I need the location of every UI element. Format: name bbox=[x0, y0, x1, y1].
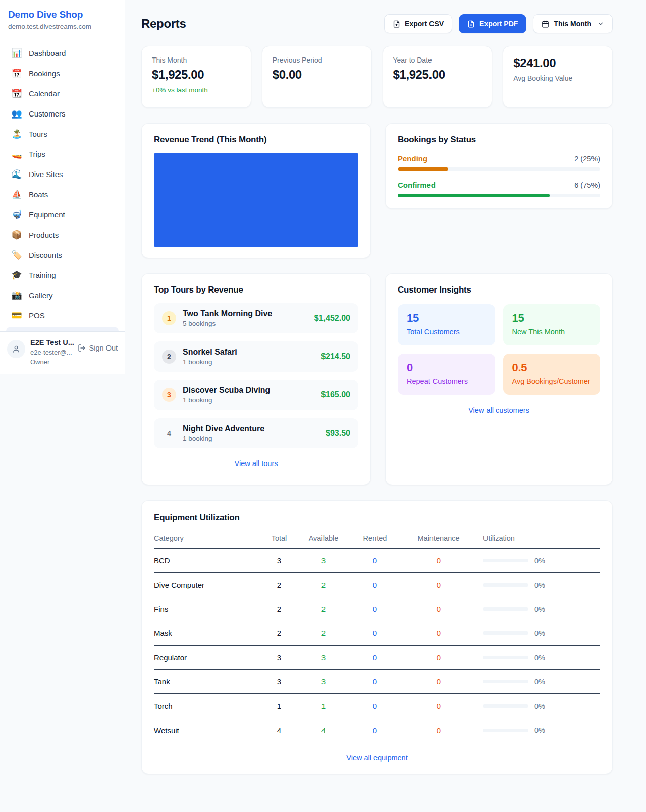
sidebar-item-gallery[interactable]: 📸Gallery bbox=[6, 286, 119, 304]
stat-card-year-to-date: Year to Date $1,925.00 bbox=[383, 46, 493, 108]
export-csv-button[interactable]: Export CSV bbox=[384, 14, 452, 33]
cell-rented: 0 bbox=[344, 629, 406, 637]
stat-value: $0.00 bbox=[273, 68, 361, 82]
tour-bookings: 1 booking bbox=[183, 435, 264, 442]
rank-badge: 1 bbox=[162, 311, 176, 325]
view-all-equipment-link[interactable]: View all equipment bbox=[154, 753, 600, 762]
sidebar-user-section: E2E Test U... e2e-tester@... Owner Sign … bbox=[0, 331, 125, 374]
rank-badge: 4 bbox=[162, 426, 176, 440]
cell-maintenance: 0 bbox=[406, 653, 471, 662]
export-pdf-label: Export PDF bbox=[479, 20, 518, 28]
sidebar-item-training[interactable]: 🎓Training bbox=[6, 266, 119, 284]
sidebar-item-boats[interactable]: ⛵Boats bbox=[6, 186, 119, 203]
sidebar: Demo Dive Shop demo.test.divestreams.com… bbox=[0, 0, 125, 374]
user-email: e2e-tester@... bbox=[30, 349, 73, 357]
utilization-percent: 0% bbox=[534, 605, 545, 613]
sidebar-item-label: Dive Sites bbox=[29, 170, 63, 179]
sidebar-item-discounts[interactable]: 🏷️Discounts bbox=[6, 246, 119, 264]
sidebar-item-pos[interactable]: 💳POS bbox=[6, 307, 119, 324]
dashboard-icon: 📊 bbox=[11, 49, 22, 57]
cell-total: 2 bbox=[255, 629, 303, 637]
export-pdf-button[interactable]: Export PDF bbox=[459, 14, 526, 33]
tour-bookings: 5 bookings bbox=[183, 320, 272, 327]
top-tours-card: Top Tours by Revenue 1 Two Tank Morning … bbox=[141, 273, 371, 485]
cell-total: 1 bbox=[255, 702, 303, 710]
top-tours-title: Top Tours by Revenue bbox=[154, 285, 358, 295]
cell-rented: 0 bbox=[344, 677, 406, 686]
sidebar-item-active-partial[interactable] bbox=[6, 327, 119, 331]
cell-available: 3 bbox=[303, 677, 344, 686]
tour-name: Discover Scuba Diving bbox=[183, 386, 270, 395]
tile-value: 0 bbox=[407, 361, 486, 374]
cell-category: Torch bbox=[154, 702, 255, 710]
sidebar-nav: 📊Dashboard 📅Bookings 📆Calendar 👥Customer… bbox=[0, 38, 125, 324]
sidebar-item-customers[interactable]: 👥Customers bbox=[6, 105, 119, 123]
sidebar-item-tours[interactable]: 🏝️Tours bbox=[6, 125, 119, 143]
cell-category: Regulator bbox=[154, 653, 255, 662]
tile-new-this-month: 15 New This Month bbox=[503, 304, 601, 345]
avatar bbox=[7, 340, 25, 358]
cell-rented: 0 bbox=[344, 726, 406, 735]
wave-icon: 🌊 bbox=[11, 170, 22, 179]
col-header-category: Category bbox=[154, 534, 255, 542]
view-all-tours-link[interactable]: View all tours bbox=[154, 459, 358, 468]
sidebar-item-equipment[interactable]: 🤿Equipment bbox=[6, 206, 119, 223]
sidebar-item-dive-sites[interactable]: 🌊Dive Sites bbox=[6, 165, 119, 183]
graduation-cap-icon: 🎓 bbox=[11, 271, 22, 279]
page-header: Reports Export CSV Export PDF This Month bbox=[141, 14, 613, 33]
tile-value: 15 bbox=[512, 312, 591, 325]
cell-category: Dive Computer bbox=[154, 581, 255, 589]
col-header-available: Available bbox=[303, 534, 344, 542]
tour-name: Night Dive Adventure bbox=[183, 424, 264, 433]
progress-fill bbox=[398, 194, 550, 197]
period-dropdown[interactable]: This Month bbox=[533, 14, 613, 33]
cell-utilization: 0% bbox=[471, 557, 600, 565]
tours-island-icon: 🏝️ bbox=[11, 130, 22, 138]
utilization-bar bbox=[483, 607, 528, 611]
cell-rented: 0 bbox=[344, 581, 406, 589]
progress-fill bbox=[398, 167, 448, 171]
logout-icon bbox=[78, 344, 86, 352]
sidebar-item-bookings[interactable]: 📅Bookings bbox=[6, 65, 119, 82]
utilization-percent: 0% bbox=[534, 702, 545, 710]
stats-row: This Month $1,925.00 +0% vs last month P… bbox=[141, 46, 613, 108]
sidebar-item-label: Gallery bbox=[29, 291, 53, 300]
status-row-pending: Pending 2 (25%) bbox=[398, 154, 600, 171]
cell-category: Wetsuit bbox=[154, 726, 255, 735]
view-all-customers-link[interactable]: View all customers bbox=[398, 406, 600, 414]
cell-utilization: 0% bbox=[471, 678, 600, 686]
sidebar-item-calendar[interactable]: 📆Calendar bbox=[6, 85, 119, 102]
stat-label: Previous Period bbox=[273, 56, 361, 64]
tour-row: 3 Discover Scuba Diving 1 booking $165.0… bbox=[154, 380, 358, 410]
stat-value: $241.00 bbox=[513, 56, 602, 70]
sidebar-item-label: Discounts bbox=[29, 251, 62, 259]
table-row: Regulator 3 3 0 0 0% bbox=[154, 646, 600, 670]
tour-name: Two Tank Morning Dive bbox=[183, 309, 272, 318]
cell-rented: 0 bbox=[344, 702, 406, 710]
sidebar-header: Demo Dive Shop demo.test.divestreams.com bbox=[0, 0, 125, 38]
cell-rented: 0 bbox=[344, 605, 406, 613]
diving-mask-icon: 🤿 bbox=[11, 210, 22, 219]
table-row: Mask 2 2 0 0 0% bbox=[154, 621, 600, 646]
cell-utilization: 0% bbox=[471, 605, 600, 613]
utilization-bar bbox=[483, 631, 528, 635]
sidebar-item-label: Tours bbox=[29, 130, 47, 138]
stat-value: $1,925.00 bbox=[393, 68, 482, 82]
stat-card-previous-period: Previous Period $0.00 bbox=[262, 46, 372, 108]
sidebar-item-dashboard[interactable]: 📊Dashboard bbox=[6, 44, 119, 62]
sidebar-item-products[interactable]: 📦Products bbox=[6, 226, 119, 244]
cell-total: 4 bbox=[255, 726, 303, 735]
stat-value: $1,925.00 bbox=[152, 68, 241, 82]
cell-available: 2 bbox=[303, 605, 344, 613]
sidebar-item-trips[interactable]: 🚤Trips bbox=[6, 145, 119, 163]
stat-label: Avg Booking Value bbox=[513, 74, 602, 82]
cell-available: 2 bbox=[303, 629, 344, 637]
sidebar-item-label: Equipment bbox=[29, 210, 65, 219]
sailboat-icon: ⛵ bbox=[11, 190, 22, 199]
stat-label: This Month bbox=[152, 56, 241, 64]
table-row: Torch 1 1 0 0 0% bbox=[154, 694, 600, 718]
cell-available: 3 bbox=[303, 556, 344, 565]
sign-out-button[interactable]: Sign Out bbox=[78, 344, 118, 352]
cell-maintenance: 0 bbox=[406, 581, 471, 589]
shop-domain: demo.test.divestreams.com bbox=[8, 23, 117, 30]
